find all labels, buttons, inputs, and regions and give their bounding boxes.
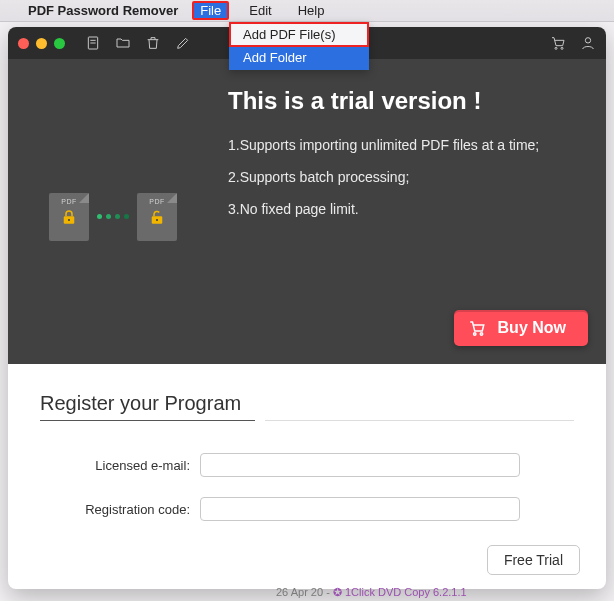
cart-icon <box>468 319 486 337</box>
menu-edit[interactable]: Edit <box>243 1 277 20</box>
progress-dots-icon <box>97 214 129 219</box>
svg-point-9 <box>156 218 158 220</box>
svg-point-3 <box>555 47 557 49</box>
registration-code-input[interactable] <box>200 497 520 521</box>
svg-point-4 <box>561 47 563 49</box>
register-title: Register your Program <box>40 392 574 421</box>
hero-illustration: PDF PDF <box>8 59 218 364</box>
buy-now-label: Buy Now <box>498 319 566 336</box>
code-label: Registration code: <box>40 502 200 517</box>
trial-feature-3: 3.No fixed page limit. <box>228 201 586 217</box>
background-page-text: 26 Apr 20 - ✪ 1Click DVD Copy 6.2.1.1 <box>276 586 467 599</box>
menu-add-pdf-files[interactable]: Add PDF File(s) <box>229 22 369 47</box>
pdf-unlocked-icon: PDF <box>137 193 177 241</box>
close-window-button[interactable] <box>18 38 29 49</box>
folder-icon[interactable] <box>115 35 131 51</box>
user-icon[interactable] <box>580 35 596 51</box>
trash-icon[interactable] <box>145 35 161 51</box>
svg-point-5 <box>585 38 590 43</box>
licensed-email-input[interactable] <box>200 453 520 477</box>
svg-point-10 <box>473 333 475 335</box>
minimize-window-button[interactable] <box>36 38 47 49</box>
menu-file[interactable]: File <box>192 1 229 20</box>
email-label: Licensed e-mail: <box>40 458 200 473</box>
free-trial-button[interactable]: Free Trial <box>487 545 580 575</box>
trial-feature-1: 1.Supports importing unlimited PDF files… <box>228 137 586 153</box>
svg-point-11 <box>480 333 482 335</box>
register-panel: Register your Program Licensed e-mail: R… <box>8 364 606 589</box>
trial-hero: PDF PDF This is a trial version ! 1.Supp… <box>8 59 606 364</box>
trial-title: This is a trial version ! <box>228 87 586 115</box>
buy-now-button[interactable]: Buy Now <box>454 310 588 346</box>
mac-menubar: PDF Password Remover File Edit Help <box>0 0 614 22</box>
fullscreen-window-button[interactable] <box>54 38 65 49</box>
cart-icon[interactable] <box>550 35 566 51</box>
file-dropdown: Add PDF File(s) Add Folder <box>229 22 369 70</box>
pencil-icon[interactable] <box>175 35 191 51</box>
app-name-label: PDF Password Remover <box>28 3 178 18</box>
menu-help[interactable]: Help <box>292 1 331 20</box>
pdf-locked-icon: PDF <box>49 193 89 241</box>
doc-icon[interactable] <box>85 35 101 51</box>
trial-feature-2: 2.Supports batch processing; <box>228 169 586 185</box>
app-window: PDF PDF This is a trial version ! 1.Supp… <box>8 27 606 589</box>
menu-add-folder[interactable]: Add Folder <box>229 47 369 70</box>
traffic-lights <box>18 38 65 49</box>
svg-point-7 <box>68 218 70 220</box>
